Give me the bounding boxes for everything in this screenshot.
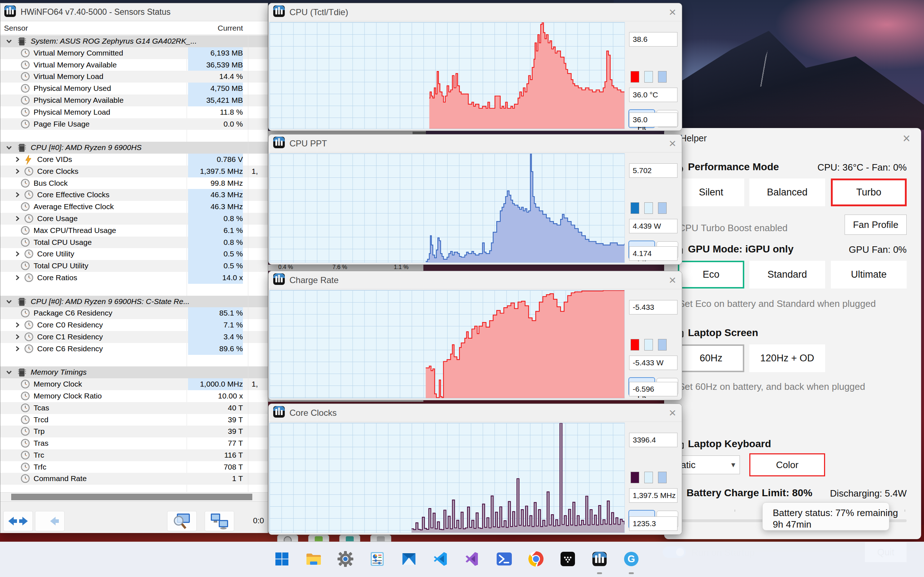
g-helper-close-icon[interactable]: × — [903, 131, 910, 146]
sensor-row[interactable]: Virtual Memory Load14.4 % — [0, 71, 268, 82]
mode-balanced-button[interactable]: Balanced — [749, 179, 825, 206]
sensor-row[interactable]: Tcas40 T — [0, 402, 268, 414]
background-color-swatch[interactable] — [644, 202, 653, 214]
keyboard-color-button[interactable]: Color — [749, 453, 825, 476]
chevron-down-icon[interactable] — [5, 369, 13, 377]
sensor-row[interactable]: Memory Clock1,000.0 MHz1, — [0, 378, 268, 390]
sensor-row[interactable]: Bus Clock99.8 MHz — [0, 177, 268, 189]
close-icon[interactable]: × — [669, 137, 676, 150]
sensor-row[interactable]: Memory Clock Ratio10.00 x — [0, 390, 268, 402]
taskbar-icon-dots-app[interactable] — [556, 547, 580, 571]
collapse-all-button[interactable] — [35, 511, 65, 531]
sensor-row[interactable]: Physical Memory Used4,750 MB — [0, 82, 268, 95]
graph-min-value[interactable]: 1235.3 — [629, 516, 677, 531]
gpu-eco-button[interactable]: Eco — [678, 261, 744, 288]
sensor-section-row[interactable]: System: ASUS ROG Zephyrus G14 GA402RK_..… — [0, 35, 268, 47]
chevron-right-icon[interactable] — [14, 250, 21, 259]
graph-titlebar[interactable]: CPU (Tctl/Tdie) — [268, 3, 682, 21]
sensor-row[interactable]: Core C1 Residency3.4 % — [0, 331, 268, 343]
taskbar-icon-visual-studio[interactable] — [460, 547, 485, 571]
series-color-swatch[interactable] — [630, 339, 639, 351]
sensor-row[interactable]: Virtual Memory Available36,539 MB — [0, 59, 268, 71]
graph-max-value[interactable]: -5.433 — [629, 300, 677, 314]
column-sensor[interactable]: Sensor — [4, 24, 28, 32]
sensor-row[interactable]: Page File Usage0.0 % — [0, 118, 268, 130]
taskbar-icon-explorer[interactable] — [302, 547, 326, 571]
series-color-swatch[interactable] — [630, 472, 639, 483]
sensor-row[interactable]: Core Clocks1,397.5 MHz1, — [0, 166, 268, 177]
taskbar-icon-start[interactable] — [270, 547, 294, 571]
grid-color-swatch[interactable] — [658, 339, 667, 351]
graph-max-value[interactable]: 38.6 — [629, 32, 677, 47]
sensor-row[interactable]: Core VIDs0.786 V — [0, 154, 268, 166]
chevron-down-icon[interactable] — [5, 144, 13, 153]
taskbar-icon-powershell[interactable] — [492, 547, 516, 571]
graph-titlebar[interactable]: CPU PPT — [268, 134, 682, 153]
remote-monitor-button[interactable] — [205, 511, 234, 531]
grid-color-swatch[interactable] — [658, 71, 667, 82]
gpu-ultimate-button[interactable]: Ultimate — [831, 261, 907, 288]
gpu-standard-button[interactable]: Standard — [749, 261, 825, 288]
background-color-swatch[interactable] — [644, 339, 653, 351]
sensor-row[interactable]: Total CPU Utility0.5 % — [0, 260, 268, 272]
chevron-down-icon[interactable] — [5, 298, 13, 307]
sensor-row[interactable]: Max CPU/Thread Usage6.1 % — [0, 225, 268, 237]
chevron-down-icon[interactable] — [5, 37, 13, 47]
sensor-section-row[interactable]: CPU [#0]: AMD Ryzen 9 6900HS: C-State Re… — [0, 296, 268, 308]
grid-color-swatch[interactable] — [658, 472, 667, 483]
chevron-right-icon[interactable] — [14, 274, 21, 283]
background-color-swatch[interactable] — [644, 472, 653, 483]
sensor-row[interactable]: Total CPU Usage0.8 % — [0, 237, 268, 248]
sensor-row[interactable]: Physical Memory Available35,421 MB — [0, 95, 268, 106]
column-current[interactable]: Current — [188, 24, 243, 32]
mode-silent-button[interactable]: Silent — [678, 179, 744, 206]
fan-profile-button[interactable]: Fan Profile — [845, 214, 907, 235]
taskbar-icon-chrome[interactable] — [524, 547, 548, 571]
graph-titlebar[interactable]: Charge Rate — [268, 271, 682, 289]
sensor-row[interactable]: Core C6 Residency89.6 % — [0, 343, 268, 355]
taskbar-icon-monitor-tools[interactable] — [365, 547, 389, 571]
sensor-row[interactable]: Core Usage0.8 % — [0, 213, 268, 225]
sensor-row[interactable]: Core Ratios14.0 x — [0, 272, 268, 284]
sensor-row[interactable]: Command Rate1 T — [0, 473, 268, 485]
graph-max-value[interactable]: 3396.4 — [629, 433, 677, 447]
sensor-row[interactable]: Trfc708 T — [0, 461, 268, 473]
expand-all-button[interactable] — [3, 511, 33, 531]
graph-max-value[interactable]: 5.702 — [629, 163, 677, 178]
taskbar-icon-settings[interactable] — [333, 547, 357, 571]
graph-plot-area[interactable] — [269, 22, 625, 129]
scrollbar-thumb[interactable] — [11, 494, 252, 500]
sensor-row[interactable]: Virtual Memory Committed6,193 MB — [0, 47, 268, 59]
close-icon[interactable]: × — [669, 406, 676, 419]
close-icon[interactable]: × — [669, 273, 676, 286]
sensor-row[interactable]: Tras77 T — [0, 437, 268, 449]
series-color-swatch[interactable] — [630, 71, 639, 82]
chevron-right-icon[interactable] — [14, 215, 21, 224]
graph-min-value[interactable]: 4.174 — [629, 246, 677, 261]
chevron-right-icon[interactable] — [14, 321, 21, 330]
taskbar-icon-g-helper[interactable]: G — [619, 547, 643, 571]
graph-min-value[interactable]: 36.0 — [629, 113, 677, 127]
chevron-right-icon[interactable] — [14, 191, 21, 200]
chevron-right-icon[interactable] — [14, 168, 21, 177]
sensor-row[interactable]: Core Utility0.5 % — [0, 248, 268, 260]
graph-min-value[interactable]: -6.596 — [629, 382, 677, 396]
mode-turbo-button[interactable]: Turbo — [831, 179, 907, 206]
sensor-section-row[interactable]: Memory Timings — [0, 366, 268, 378]
sensor-section-row[interactable]: CPU [#0]: AMD Ryzen 9 6900HS — [0, 142, 268, 154]
hwinfo-titlebar[interactable]: HWiNFO64 v7.40-5000 - Sensors Status — [0, 3, 268, 21]
series-color-swatch[interactable] — [630, 202, 639, 214]
background-color-swatch[interactable] — [644, 71, 653, 82]
screen-capture-button[interactable] — [167, 511, 197, 531]
taskbar-icon-vscode[interactable] — [429, 547, 452, 571]
sensor-row[interactable]: Core C0 Residency7.1 % — [0, 319, 268, 331]
sensor-row[interactable]: Average Effective Clock46.3 MHz — [0, 201, 268, 213]
taskbar-icon-mail[interactable] — [397, 547, 421, 571]
taskbar-icon-hwinfo[interactable] — [588, 547, 611, 571]
horizontal-scrollbar[interactable] — [0, 492, 268, 501]
grid-color-swatch[interactable] — [658, 202, 667, 214]
sensor-row[interactable]: Trc116 T — [0, 449, 268, 461]
chevron-right-icon[interactable] — [14, 333, 21, 342]
refresh-120hz-button[interactable]: 120Hz + OD — [749, 344, 825, 372]
sensor-row[interactable]: Core Effective Clocks46.3 MHz — [0, 189, 268, 201]
